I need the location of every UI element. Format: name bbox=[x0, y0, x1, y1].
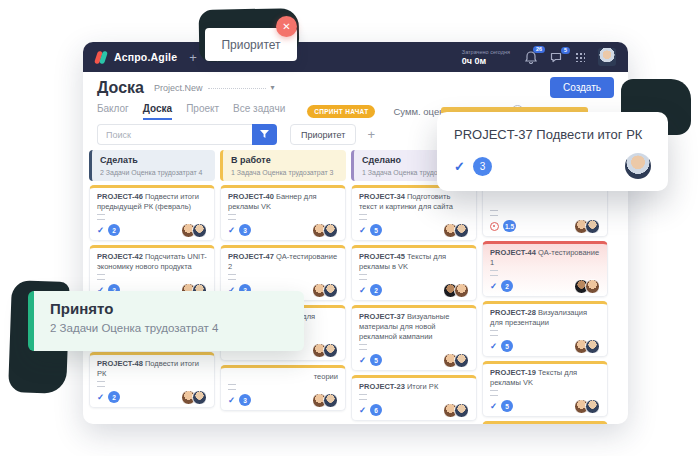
task-card[interactable]: PROJECT-28 Визуализация для презентации … bbox=[482, 301, 608, 357]
time-tracker[interactable]: Затрачено сегодня 0ч 0м bbox=[462, 49, 510, 66]
app-logo[interactable]: Аспро.Agile bbox=[95, 51, 177, 64]
description-icon bbox=[359, 394, 367, 400]
avatar bbox=[585, 219, 600, 234]
avatar bbox=[454, 223, 469, 238]
priority-filter-chip[interactable]: Приоритет bbox=[290, 124, 356, 145]
estimate-badge: 5 bbox=[370, 224, 382, 236]
task-card[interactable]: PROJECT-46 Подвести итоги предыдущей РК … bbox=[89, 185, 215, 241]
tab-project[interactable]: Проект bbox=[186, 103, 219, 120]
dotted-leader bbox=[208, 87, 266, 89]
estimate-badge: 5 bbox=[370, 354, 382, 366]
search-input[interactable] bbox=[97, 124, 252, 145]
task-card[interactable]: PROJECT-34 Подготовить текст и картинки … bbox=[351, 185, 477, 241]
tab-board[interactable]: Доска bbox=[143, 103, 172, 120]
description-icon bbox=[97, 381, 105, 387]
column-title: Сделать bbox=[100, 155, 207, 166]
tab-all-tasks[interactable]: Все задачи bbox=[233, 103, 285, 120]
messages-icon[interactable]: 5 bbox=[550, 52, 562, 63]
task-title: PROJECT-47 QA-тестирование 2 bbox=[228, 252, 338, 272]
time-tracker-value: 0ч 0м bbox=[462, 56, 510, 66]
messages-badge: 5 bbox=[561, 47, 570, 55]
project-selector[interactable]: Project.New ▾ bbox=[154, 83, 275, 93]
avatar bbox=[323, 393, 338, 408]
task-card[interactable]: PROJECT-16 Подвести итоги РК bbox=[482, 421, 608, 424]
estimate-badge: 5 bbox=[501, 340, 513, 352]
check-icon: ✓ bbox=[228, 226, 235, 235]
task-title: PROJECT-19 Тексты для рекламы VK bbox=[490, 368, 600, 388]
description-icon bbox=[228, 274, 236, 280]
create-button[interactable]: Создать bbox=[550, 77, 614, 98]
task-title: PROJECT-48 Подвести итоги РК bbox=[97, 359, 207, 379]
overdue-alarm-icon bbox=[490, 222, 499, 231]
board-header: Доска Project.New ▾ Создать bbox=[83, 72, 628, 98]
close-icon[interactable]: ✕ bbox=[276, 16, 297, 37]
zoomed-task-card[interactable]: PROJECT-37 Подвести итог РК ✓ 3 bbox=[437, 112, 668, 191]
app-window: Аспро.Agile + Сп Затрачено сегодня 0ч 0м… bbox=[83, 42, 628, 424]
avatar bbox=[585, 399, 600, 414]
description-icon bbox=[97, 214, 105, 220]
avatar bbox=[454, 283, 469, 298]
check-icon: ✓ bbox=[359, 286, 366, 295]
priority-tooltip-label: Приоритет bbox=[221, 38, 280, 52]
column-todo: Сделать 2 Задачи Оценка трудозатрат 4 PR… bbox=[89, 150, 215, 408]
task-title bbox=[490, 192, 600, 208]
task-card[interactable]: PROJECT-37 Визуальные материалы для ново… bbox=[351, 305, 477, 371]
avatar bbox=[585, 279, 600, 294]
estimate-badge: 3 bbox=[239, 224, 251, 236]
time-tracker-label: Затрачено сегодня bbox=[462, 49, 510, 55]
task-title: PROJECT-46 Подвести итоги предыдущей РК … bbox=[97, 192, 207, 212]
estimate-badge: 2 bbox=[108, 391, 120, 403]
check-icon: ✓ bbox=[97, 226, 104, 235]
description-icon bbox=[359, 344, 367, 350]
estimate-badge: 1.5 bbox=[503, 220, 516, 232]
filter-button[interactable] bbox=[252, 124, 277, 145]
check-icon: ✓ bbox=[454, 159, 465, 174]
task-card[interactable]: 1.5 bbox=[482, 185, 608, 237]
add-filter-icon[interactable]: + bbox=[367, 127, 375, 142]
zoomed-task-title: PROJECT-37 Подвести итог РК bbox=[454, 127, 651, 142]
task-card[interactable]: теории ✓ 3 bbox=[220, 365, 346, 411]
user-avatar[interactable] bbox=[598, 48, 616, 66]
avatar bbox=[625, 153, 651, 179]
avatar bbox=[323, 343, 338, 358]
check-icon: ✓ bbox=[359, 226, 366, 235]
task-card[interactable]: PROJECT-40 Баннер для рекламы VK ✓ 3 bbox=[220, 185, 346, 241]
notifications-bell-icon[interactable]: 26 bbox=[525, 51, 537, 64]
description-icon bbox=[490, 390, 498, 396]
apps-grid-icon[interactable] bbox=[575, 52, 585, 62]
avatar bbox=[192, 390, 207, 405]
task-card[interactable]: PROJECT-23 Итоги РК ✓ 6 bbox=[351, 375, 477, 421]
task-card[interactable]: PROJECT-19 Тексты для рекламы VK ✓ 5 bbox=[482, 361, 608, 417]
sprint-status-badge: СПРИНТ НАЧАТ bbox=[307, 105, 375, 118]
add-icon[interactable]: + bbox=[189, 51, 197, 64]
check-icon: ✓ bbox=[359, 356, 366, 365]
description-icon bbox=[228, 384, 236, 390]
avatar bbox=[454, 353, 469, 368]
logo-text: Аспро.Agile bbox=[114, 51, 177, 63]
check-icon: ✓ bbox=[490, 342, 497, 351]
column-header: В работе 1 Задача Оценка трудозатрат 3 bbox=[220, 150, 346, 181]
topbar: Аспро.Agile + Сп Затрачено сегодня 0ч 0м… bbox=[83, 42, 628, 72]
check-icon: ✓ bbox=[359, 406, 366, 415]
description-icon bbox=[228, 214, 236, 220]
description-icon bbox=[359, 214, 367, 220]
task-card[interactable]: PROJECT-48 Подвести итоги РК ✓ 2 bbox=[89, 352, 215, 408]
avatar bbox=[585, 339, 600, 354]
task-title: PROJECT-28 Визуализация для презентации bbox=[490, 308, 600, 328]
check-icon: ✓ bbox=[97, 393, 104, 402]
tab-backlog[interactable]: Баклог bbox=[97, 103, 129, 120]
check-icon: ✓ bbox=[490, 402, 497, 411]
project-name: Project.New bbox=[154, 83, 203, 93]
avatar bbox=[192, 223, 207, 238]
estimate-badge: 2 bbox=[501, 280, 513, 292]
logo-icon bbox=[95, 51, 108, 64]
task-card[interactable]: PROJECT-44 QA-тестирование 1 ✓ 2 bbox=[482, 241, 608, 297]
column-meta: 1 Задача Оценка трудозатрат 3 bbox=[231, 168, 338, 177]
check-icon: ✓ bbox=[228, 396, 235, 405]
estimate-badge: 2 bbox=[108, 224, 120, 236]
task-title: PROJECT-42 Подсчитать UNIT-экономику нов… bbox=[97, 252, 207, 272]
accepted-column-callout: Принято 2 Задачи Оценка трудозатрат 4 bbox=[28, 291, 304, 351]
estimate-badge: 6 bbox=[370, 404, 382, 416]
description-icon bbox=[97, 274, 105, 280]
task-card[interactable]: PROJECT-45 Тексты для рекламы в VK ✓ 2 bbox=[351, 245, 477, 301]
